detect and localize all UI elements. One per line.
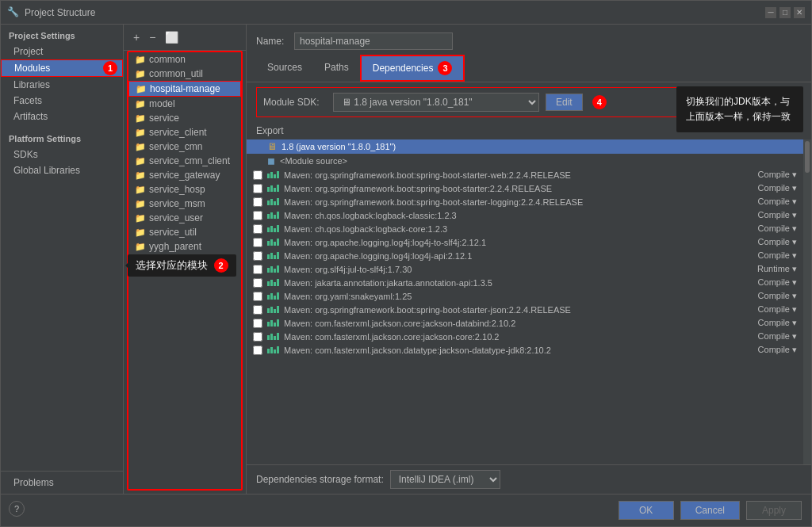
sidebar-item-libraries[interactable]: Libraries xyxy=(1,77,123,93)
maven-icon-0 xyxy=(267,171,279,178)
dep-item-module-source[interactable]: ◼ <Module source> xyxy=(247,154,803,168)
dep-checkbox-8[interactable] xyxy=(253,278,262,288)
name-row: Name: xyxy=(247,25,811,55)
module-item-service-hosp[interactable]: 📁 service_hosp xyxy=(128,182,241,197)
dep-checkbox-4[interactable] xyxy=(253,224,262,234)
help-button[interactable]: ? xyxy=(9,501,25,517)
module-item-yygh-parent[interactable]: 📁 yygh_parent xyxy=(128,239,241,254)
dep-item-7[interactable]: Maven: org.slf4j:jul-to-slf4j:1.7.30 Run… xyxy=(247,262,803,276)
scrollbar[interactable] xyxy=(803,139,811,464)
maven-icon-5 xyxy=(267,239,279,246)
dep-item-8[interactable]: Maven: jakarta.annotation:jakarta.annota… xyxy=(247,276,803,289)
badge-4: 4 xyxy=(592,95,607,109)
remove-module-button[interactable]: − xyxy=(146,29,159,45)
module-item-service[interactable]: 📁 service xyxy=(128,111,241,125)
sdk-select[interactable]: 🖥 1.8 java version "1.8.0_181" xyxy=(333,93,539,112)
sidebar-item-sdks[interactable]: SDKs xyxy=(1,147,123,162)
dependencies-container: 🖥 1.8 (java version "1.8.0_181") ◼ <Modu… xyxy=(247,139,811,464)
folder-icon: 📁 xyxy=(135,156,146,166)
dep-item-6[interactable]: Maven: org.apache.logging.log4j:log4j-ap… xyxy=(247,249,803,262)
module-item-model[interactable]: 📁 model xyxy=(128,97,241,111)
cancel-button[interactable]: Cancel xyxy=(680,501,740,520)
select-module-callout: 选择对应的模块 2 xyxy=(128,254,236,277)
dialog-icon: 🔧 xyxy=(7,6,20,19)
dep-item-13[interactable]: Maven: com.fasterxml.jackson.datatype:ja… xyxy=(247,343,803,357)
dependencies-list: 🖥 1.8 (java version "1.8.0_181") ◼ <Modu… xyxy=(247,139,803,464)
dep-item-10[interactable]: Maven: org.springframework.boot:spring-b… xyxy=(247,303,803,316)
module-item-service-gateway[interactable]: 📁 service_gateway xyxy=(128,168,241,182)
folder-icon-blue: 📁 xyxy=(136,84,147,94)
dep-item-3[interactable]: Maven: ch.qos.logback:logback-classic:1.… xyxy=(247,208,803,222)
module-item-common-util[interactable]: 📁 common_util xyxy=(128,67,241,81)
ok-button[interactable]: OK xyxy=(619,501,674,520)
maven-icon-9 xyxy=(267,292,279,300)
scrollbar-thumb[interactable] xyxy=(805,141,810,173)
dep-checkbox-11[interactable] xyxy=(253,319,262,328)
maven-icon-10 xyxy=(267,306,279,313)
dialog-title: Project Structure xyxy=(25,7,765,18)
format-label: Dependencies storage format: xyxy=(256,474,384,485)
copy-module-button[interactable]: ⬜ xyxy=(162,29,182,45)
dep-checkbox-7[interactable] xyxy=(253,265,262,274)
dep-checkbox-2[interactable] xyxy=(253,197,262,207)
add-module-button[interactable]: + xyxy=(130,29,143,45)
format-select[interactable]: IntelliJ IDEA (.iml)Eclipse (.classpath) xyxy=(390,470,500,489)
module-item-service-client[interactable]: 📁 service_client xyxy=(128,125,241,139)
module-item-common[interactable]: 📁 common xyxy=(128,52,241,67)
dep-checkbox-0[interactable] xyxy=(253,170,262,180)
sidebar-item-project[interactable]: Project xyxy=(1,44,123,59)
sidebar: Project Settings Project Modules 1 Libra… xyxy=(1,25,124,494)
module-item-service-util[interactable]: 📁 service_util xyxy=(128,225,241,239)
module-name-input[interactable] xyxy=(294,32,453,50)
apply-button[interactable]: Apply xyxy=(746,501,802,520)
dep-checkbox-1[interactable] xyxy=(253,184,262,193)
module-item-service-cmn[interactable]: 📁 service_cmn xyxy=(128,139,241,154)
maven-icon-1 xyxy=(267,185,279,192)
module-item-hospital-manage[interactable]: 📁 hospital-manage xyxy=(128,81,241,97)
tab-sources[interactable]: Sources xyxy=(256,57,313,79)
dep-item-1[interactable]: Maven: org.springframework.boot:spring-b… xyxy=(247,181,803,195)
dep-checkbox-5[interactable] xyxy=(253,238,262,247)
minimize-button[interactable]: ─ xyxy=(765,7,776,18)
maven-icon-7 xyxy=(267,265,279,273)
module-item-service-cmn-client[interactable]: 📁 service_cmn_client xyxy=(128,154,241,168)
close-button[interactable]: ✕ xyxy=(794,7,805,18)
sidebar-item-artifacts[interactable]: Artifacts xyxy=(1,109,123,124)
folder-icon: 📁 xyxy=(135,170,146,181)
dep-checkbox-13[interactable] xyxy=(253,346,262,355)
dep-item-4[interactable]: Maven: ch.qos.logback:logback-core:1.2.3… xyxy=(247,222,803,235)
dep-checkbox-12[interactable] xyxy=(253,332,262,342)
edit-sdk-button[interactable]: Edit xyxy=(546,94,583,111)
dep-item-2[interactable]: Maven: org.springframework.boot:spring-b… xyxy=(247,195,803,208)
name-label: Name: xyxy=(256,36,288,47)
module-item-service-user[interactable]: 📁 service_user xyxy=(128,211,241,225)
module-toolbar: + − ⬜ xyxy=(124,25,246,51)
badge-2: 2 xyxy=(214,258,228,273)
maven-icon-13 xyxy=(267,346,279,353)
dep-checkbox-10[interactable] xyxy=(253,305,262,315)
sidebar-item-problems[interactable]: Problems xyxy=(1,475,123,491)
folder-icon: 📁 xyxy=(135,185,146,195)
dep-checkbox-6[interactable] xyxy=(253,251,262,261)
dialog-buttons: OK Cancel Apply xyxy=(1,494,811,526)
problems-section: Problems xyxy=(1,471,123,494)
dep-item-jdk[interactable]: 🖥 1.8 (java version "1.8.0_181") xyxy=(247,139,803,154)
folder-icon: 📁 xyxy=(135,227,146,238)
sidebar-item-facets[interactable]: Facets xyxy=(1,93,123,109)
sidebar-item-global-libraries[interactable]: Global Libraries xyxy=(1,162,123,178)
title-bar: 🔧 Project Structure ─ □ ✕ xyxy=(1,1,811,25)
maven-icon-8 xyxy=(267,279,279,286)
dep-item-11[interactable]: Maven: com.fasterxml.jackson.core:jackso… xyxy=(247,316,803,330)
dep-checkbox-9[interactable] xyxy=(253,292,262,301)
dep-checkbox-3[interactable] xyxy=(253,211,262,220)
dep-item-9[interactable]: Maven: org.yaml:snakeyaml:1.25 Compile ▾ xyxy=(247,289,803,303)
sidebar-item-modules[interactable]: Modules 1 xyxy=(1,59,123,77)
tab-dependencies[interactable]: Dependencies 3 xyxy=(360,55,465,82)
dep-item-12[interactable]: Maven: com.fasterxml.jackson.core:jackso… xyxy=(247,330,803,343)
module-item-service-msm[interactable]: 📁 service_msm xyxy=(128,197,241,211)
dep-item-5[interactable]: Maven: org.apache.logging.log4j:log4j-to… xyxy=(247,235,803,249)
tab-paths[interactable]: Paths xyxy=(313,57,360,79)
folder-icon: 📁 xyxy=(135,199,146,209)
maximize-button[interactable]: □ xyxy=(779,7,791,18)
dep-item-0[interactable]: Maven: org.springframework.boot:spring-b… xyxy=(247,168,803,181)
